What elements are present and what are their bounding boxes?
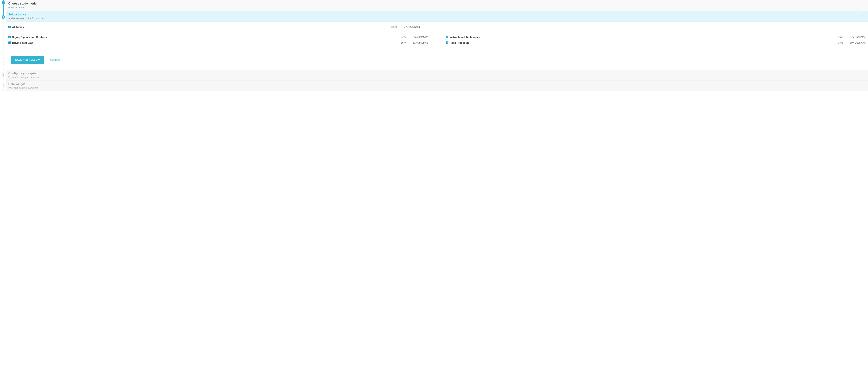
topic-label: Signs, Signals and Controls: [12, 36, 394, 38]
step-1-badge: [2, 1, 5, 4]
topic-qcount: 128 Questions: [406, 41, 428, 44]
topic-pct: 39%: [831, 41, 843, 44]
topic-qcount: 79 Questions: [843, 36, 866, 38]
topic-label: Road Procedure: [450, 41, 831, 44]
topic-checkbox[interactable]: [446, 41, 448, 44]
topic-checkbox[interactable]: [446, 36, 448, 38]
timeline-line: [3, 0, 3, 91]
go-back-link[interactable]: Go back: [50, 58, 60, 61]
check-icon: [446, 42, 448, 44]
step-2-number: 2: [3, 16, 4, 18]
topics-panel: All topics 100% 779 Questions Signs, Sig…: [6, 22, 868, 70]
topic-qcount: 265 Questions: [406, 36, 428, 38]
step-2-header[interactable]: Select topics Add or remove topics for y…: [6, 11, 868, 22]
all-topics-section: All topics 100% 779 Questions: [8, 25, 866, 32]
all-topics-label: All topics: [12, 26, 385, 28]
topic-row: Driving Test Law16%128 Questions: [8, 40, 428, 45]
step-2-badge: 2: [2, 15, 5, 19]
topic-label: Instructional Techniques: [450, 36, 831, 38]
step-2-subtitle: Add or remove topics for your quiz: [8, 17, 864, 20]
all-topics-pct: 100%: [385, 26, 397, 28]
step-3-subtitle: It's time to configure your quiz!: [8, 76, 864, 78]
step-4-header[interactable]: Here we go! Your quiz setup is complete: [6, 80, 868, 91]
topic-checkbox[interactable]: [8, 36, 11, 38]
topic-pct: 16%: [394, 41, 406, 44]
all-topics-row: All topics 100% 779 Questions: [8, 25, 420, 29]
step-1-subtitle: Practice mode: [8, 6, 864, 9]
topic-label: Driving Test Law: [12, 41, 394, 44]
check-icon: [2, 2, 4, 4]
step-3-number: 3: [3, 74, 4, 76]
topic-row: Instructional Techniques10%79 Questions: [446, 34, 866, 40]
step-3-badge: 3: [2, 73, 5, 77]
check-icon: [9, 36, 10, 38]
check-icon: [9, 26, 10, 28]
save-and-follow-button[interactable]: SAVE AND FOLLOW: [11, 56, 44, 64]
step-1-header[interactable]: Choose study mode Practice mode: [6, 0, 868, 11]
topic-qcount: 307 Questions: [843, 41, 866, 44]
chevron-down-icon[interactable]: [862, 4, 864, 6]
all-topics-qcount: 779 Questions: [397, 26, 420, 28]
topic-checkbox[interactable]: [8, 41, 11, 44]
check-icon: [9, 42, 10, 44]
topic-pct: 10%: [831, 36, 843, 38]
check-icon: [446, 36, 448, 38]
step-3-header[interactable]: Configure your quiz It's time to configu…: [6, 70, 868, 80]
chevron-right-icon[interactable]: [862, 15, 864, 18]
topic-pct: 34%: [394, 36, 406, 38]
step-4-subtitle: Your quiz setup is complete: [8, 87, 864, 89]
step-4-badge: 4: [2, 84, 5, 88]
topic-row: Road Procedure39%307 Questions: [446, 40, 866, 45]
actions-bar: SAVE AND FOLLOW Go back: [8, 45, 866, 69]
step-1-title: Choose study mode: [8, 2, 864, 6]
step-3-title: Configure your quiz: [8, 71, 864, 75]
step-4-title: Here we go!: [8, 82, 864, 86]
step-4-number: 4: [3, 85, 4, 87]
topic-row: Signs, Signals and Controls34%265 Questi…: [8, 34, 428, 40]
step-2-title: Select topics: [8, 13, 864, 17]
all-topics-checkbox[interactable]: [8, 26, 11, 28]
topics-grid: Signs, Signals and Controls34%265 Questi…: [8, 34, 866, 45]
